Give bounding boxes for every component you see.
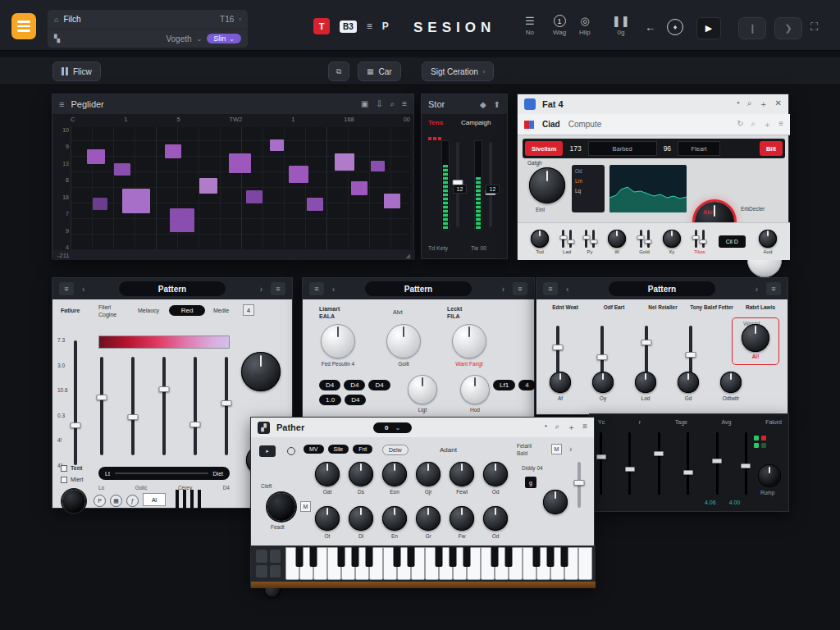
synth-titlebar[interactable]: ▞ Pather 0 ⌄ ◔ ⌕ ＋ ≡	[251, 418, 594, 437]
pill-group-2[interactable]: 1.0D4	[319, 395, 366, 405]
zoom-icon[interactable]: ⌕	[555, 422, 560, 433]
next-arrow[interactable]: ›	[756, 285, 758, 294]
knob[interactable]	[315, 462, 340, 486]
fat4-option-panel[interactable]: Od Lm Lq	[572, 165, 605, 212]
slider[interactable]	[689, 326, 692, 373]
menu-icon[interactable]: ≡	[582, 422, 587, 433]
knob[interactable]	[483, 462, 508, 486]
menu-chip-icon[interactable]: ≡	[271, 282, 285, 295]
pattern1-titlebar[interactable]: ≡ ‹ Pattern › ≡	[52, 278, 292, 299]
knob[interactable]	[720, 372, 742, 393]
gatgh-knob[interactable]	[529, 167, 565, 203]
next-ghost-button[interactable]: ❯	[774, 17, 802, 39]
slider[interactable]	[687, 432, 689, 495]
pianoroll-grid[interactable]	[71, 127, 410, 250]
slider[interactable]	[585, 230, 587, 248]
mlert-checkbox[interactable]: Mlert	[61, 477, 84, 483]
d4-pill[interactable]: D4	[368, 380, 390, 390]
main-fader[interactable]	[74, 340, 77, 465]
al-display[interactable]: Al	[143, 493, 166, 506]
m-box[interactable]: M	[551, 444, 562, 454]
prev-arrow[interactable]: ‹	[566, 285, 568, 294]
pianoroll-titlebar[interactable]: ≡ Peglider ▣ ⇩ ⌕ ≡	[52, 94, 413, 114]
slider[interactable]	[702, 230, 705, 248]
pianoroll-note[interactable]	[384, 194, 400, 208]
zoom-icon[interactable]: ⌕	[751, 119, 756, 130]
piano-black-key[interactable]	[366, 547, 373, 567]
bilt-button[interactable]: Bilt	[760, 141, 783, 156]
mode-button[interactable]: ▸	[259, 445, 276, 457]
piano-black-key[interactable]	[436, 547, 443, 567]
slider[interactable]	[569, 230, 572, 248]
play-button[interactable]: ▶	[696, 17, 721, 39]
slider[interactable]	[647, 230, 650, 248]
slider[interactable]	[716, 432, 719, 495]
prev-arrow[interactable]: ‹	[332, 285, 335, 294]
knob[interactable]	[349, 506, 373, 531]
pianoroll-note[interactable]	[170, 208, 194, 232]
knob[interactable]	[450, 506, 474, 531]
slider[interactable]	[194, 357, 197, 455]
pianoroll-note[interactable]	[307, 198, 323, 212]
p-circle-button[interactable]: P	[94, 495, 106, 507]
menu-chip-icon[interactable]: ≡	[513, 282, 527, 295]
help-icon[interactable]: ◔	[542, 422, 547, 433]
d4-pill[interactable]: D4	[344, 380, 365, 390]
lt-diet-bar[interactable]: Lt Diet	[98, 467, 230, 480]
feadt-knob[interactable]	[267, 493, 295, 521]
piano-black-key[interactable]	[491, 547, 499, 567]
add-icon[interactable]: ＋	[760, 98, 768, 110]
close-icon[interactable]: ✕	[775, 98, 782, 110]
slider[interactable]	[695, 230, 697, 248]
no-control[interactable]: ☰ No	[525, 15, 535, 36]
slider[interactable]	[225, 357, 228, 455]
pianoroll-note[interactable]	[371, 161, 385, 172]
pianoroll-note[interactable]	[246, 190, 262, 204]
pattern-selector[interactable]: Pattern	[365, 281, 472, 296]
piano-black-key[interactable]	[408, 547, 415, 567]
slider[interactable]	[640, 230, 642, 248]
slider[interactable]	[592, 230, 595, 248]
synth-slider[interactable]	[578, 462, 581, 508]
pianoroll-note[interactable]	[93, 198, 107, 210]
pianoroll-note[interactable]	[122, 189, 150, 213]
knob[interactable]	[349, 462, 373, 486]
search-icon[interactable]: ⌕	[390, 99, 395, 109]
menu-chip-icon[interactable]: ≡	[543, 282, 558, 295]
lf-pill[interactable]: 4	[518, 380, 535, 390]
rump-knob[interactable]	[759, 465, 780, 486]
voice-dropdown[interactable]: Vogeth	[166, 34, 191, 43]
help-icon[interactable]: ◔	[735, 98, 740, 110]
mode-pill[interactable]: MV	[304, 445, 324, 454]
cil-button[interactable]: Cil D	[719, 235, 746, 248]
knob[interactable]	[416, 462, 441, 486]
preset-selector[interactable]: 0 ⌄	[373, 422, 412, 433]
pattern3-titlebar[interactable]: ≡ ‹ Pattern › ≡	[536, 278, 788, 299]
back-arrow-button[interactable]: ←	[645, 21, 655, 34]
help-control[interactable]: ◎ Hilp	[579, 15, 591, 36]
panel-item[interactable]: Od	[575, 168, 601, 174]
record-mode-button[interactable]: T	[313, 18, 330, 34]
pianoroll-note[interactable]	[87, 149, 105, 164]
piano-black-key[interactable]	[310, 547, 317, 567]
chevron-right-icon[interactable]: ›	[569, 445, 572, 454]
mode-pill[interactable]: Fnt	[353, 445, 372, 454]
download-icon[interactable]: ⇩	[376, 99, 382, 109]
pill-group-1[interactable]: D4D4D4	[319, 380, 390, 390]
delw-pill[interactable]: Delw	[382, 445, 409, 455]
menu-icon[interactable]: ≡	[778, 119, 783, 130]
m-box-2[interactable]: M	[300, 501, 311, 512]
d4-pill[interactable]: D4	[319, 380, 340, 390]
synth-master-knob[interactable]	[543, 490, 568, 514]
pianoroll-note[interactable]	[351, 181, 368, 195]
piano-black-key[interactable]	[533, 547, 541, 567]
knob[interactable]	[550, 372, 571, 393]
pianoroll-note[interactable]	[114, 163, 130, 176]
slider[interactable]	[745, 432, 747, 495]
car-button[interactable]: ▦ Car	[358, 62, 401, 81]
scroll-corner-icon[interactable]: ◢	[405, 252, 410, 259]
value-pill[interactable]: 1.0	[319, 395, 341, 405]
knob[interactable]	[452, 324, 486, 358]
piano-black-key[interactable]	[547, 547, 555, 567]
target-icon[interactable]: ▣	[361, 99, 368, 109]
